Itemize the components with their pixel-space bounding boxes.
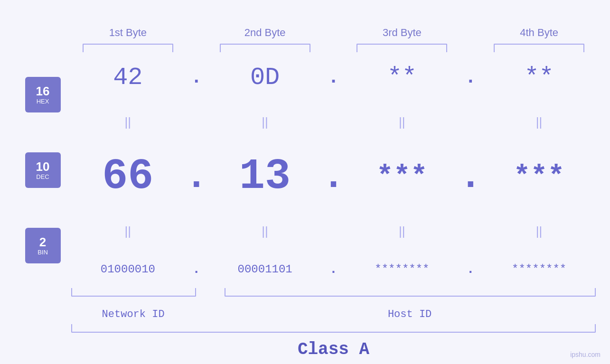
header-row: 1st Byte 2nd Byte 3rd Byte 4th Byte	[0, 0, 610, 52]
bin-value-3: ********	[375, 263, 429, 276]
hex-value-2: 0D	[250, 64, 280, 92]
dec-value-1: 66	[102, 152, 153, 201]
bracket-top-4	[494, 44, 584, 52]
bin-cell-1: 01000010	[71, 263, 185, 276]
byte-col-3: 3rd Byte	[346, 27, 459, 52]
hex-dot-2: .	[328, 67, 339, 88]
bin-dot-1: .	[192, 262, 200, 277]
byte-col-2: 2nd Byte	[208, 27, 322, 52]
class-bracket-row	[71, 324, 596, 336]
hex-badge-label: HEX	[37, 98, 49, 105]
bin-row: 01000010 . 00001101 . ******** .	[71, 262, 596, 277]
network-id-bracket	[71, 288, 196, 297]
byte-col-1: 1st Byte	[71, 27, 185, 52]
byte-label-4: 4th Byte	[520, 27, 558, 39]
dec-cell-1: 66	[71, 152, 185, 201]
host-id-bracket	[225, 288, 596, 297]
hex-badge-num: 16	[36, 84, 50, 98]
equals-3: ||	[399, 115, 405, 130]
bin-badge: 2 BIN	[25, 228, 61, 263]
bin-value-2: 00001101	[238, 263, 292, 276]
dec-badge: 10 DEC	[25, 152, 61, 188]
hex-dot-1: .	[191, 67, 202, 88]
network-id-label: Network ID	[71, 308, 195, 320]
class-label-row: Class A	[71, 336, 596, 359]
dec-value-2: 13	[239, 152, 291, 201]
hex-cell-3: **	[346, 64, 459, 92]
dec-value-3: ***	[376, 160, 428, 193]
class-label: Class A	[298, 340, 369, 359]
dec-dot-3: .	[459, 155, 482, 198]
dec-badge-label: DEC	[36, 173, 49, 180]
equals-row-2: || || || ||	[71, 224, 596, 239]
bin-dot-3: .	[467, 262, 475, 277]
dec-row: 66 . 13 . *** . ***	[71, 152, 596, 201]
equals-1: ||	[125, 115, 131, 130]
bin-badge-label: BIN	[38, 249, 48, 256]
equals-2: ||	[262, 115, 268, 130]
bin-cell-2: 00001101	[208, 263, 322, 276]
bin-dot-2: .	[329, 262, 338, 277]
equals-5: ||	[125, 224, 131, 239]
dec-cell-4: ***	[482, 160, 596, 193]
watermark: ipshu.com	[570, 351, 601, 358]
dec-cell-2: 13	[208, 152, 322, 201]
bin-badge-num: 2	[39, 235, 46, 249]
dec-badge-num: 10	[36, 160, 50, 174]
bin-value-4: ********	[512, 263, 566, 276]
bracket-top-1	[83, 44, 173, 52]
data-area: 42 . 0D . ** . **	[71, 52, 596, 288]
class-outer-bracket	[71, 324, 596, 333]
byte-label-1: 1st Byte	[109, 27, 147, 39]
equals-7: ||	[399, 224, 405, 239]
hex-value-1: 42	[113, 64, 142, 92]
main-area: 16 HEX 10 DEC 2 BIN 42 .	[0, 52, 610, 288]
hex-badge: 16 HEX	[25, 77, 61, 112]
hex-cell-2: 0D	[208, 64, 322, 92]
hex-cell-4: **	[482, 64, 596, 92]
bracket-top-2	[220, 44, 310, 52]
id-label-row: Network ID Host ID	[71, 305, 596, 320]
equals-4: ||	[536, 115, 543, 130]
bracket-top-3	[357, 44, 447, 52]
bin-value-1: 01000010	[101, 263, 155, 276]
hex-row: 42 . 0D . ** . **	[71, 64, 596, 92]
hex-value-3: **	[387, 64, 417, 92]
main-container: 1st Byte 2nd Byte 3rd Byte 4th Byte 16 H…	[0, 0, 610, 364]
byte-col-4: 4th Byte	[482, 27, 596, 52]
bin-cell-3: ********	[346, 263, 459, 276]
equals-8: ||	[536, 224, 543, 239]
badges-column: 16 HEX 10 DEC 2 BIN	[14, 52, 71, 288]
hex-dot-3: .	[465, 67, 476, 88]
dec-value-4: ***	[514, 160, 565, 193]
hex-cell-1: 42	[71, 64, 185, 92]
dec-dot-2: .	[322, 155, 345, 198]
hex-value-4: **	[524, 64, 554, 92]
equals-row-1: || || || ||	[71, 115, 596, 130]
bin-cell-4: ********	[482, 263, 596, 276]
byte-label-3: 3rd Byte	[383, 27, 422, 39]
bottom-section: Network ID Host ID Class A	[0, 288, 610, 364]
equals-6: ||	[262, 224, 268, 239]
bracket-bottom-row	[71, 288, 596, 305]
dec-dot-1: .	[185, 155, 208, 198]
dec-cell-3: ***	[346, 160, 459, 193]
byte-label-2: 2nd Byte	[244, 27, 286, 39]
host-id-label: Host ID	[224, 308, 596, 320]
